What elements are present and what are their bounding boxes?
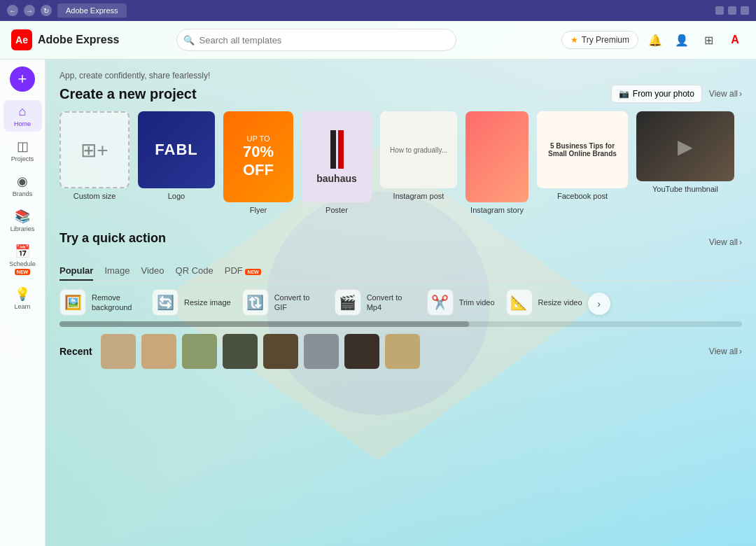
- tab-image[interactable]: Image: [104, 261, 130, 280]
- grid-icon-button[interactable]: ⊞: [699, 30, 718, 50]
- browser-tab[interactable]: Adobe Express: [57, 4, 127, 18]
- qa-action-remove-bg[interactable]: 🖼️ Remove background: [59, 289, 141, 316]
- recent-thumb-0[interactable]: [101, 334, 136, 369]
- qa-action-convert-gif[interactable]: 🔃 Convert to GIF: [242, 289, 323, 316]
- resize-video-label: Resize video: [538, 298, 582, 307]
- template-label-fb-post: Facebook post: [557, 192, 608, 200]
- recent-thumb-1[interactable]: [141, 334, 176, 369]
- sidebar-item-brands[interactable]: ◉ Brands: [4, 169, 42, 202]
- template-label-ig-post: Instagram post: [393, 192, 444, 200]
- qa-action-resize-video[interactable]: 📐 Resize video: [506, 289, 582, 316]
- recent-thumb-4[interactable]: [263, 334, 298, 369]
- brands-icon: ◉: [17, 174, 28, 189]
- view-all-qa-link[interactable]: View all ›: [709, 237, 742, 247]
- minimize-button[interactable]: [715, 6, 724, 15]
- search-area: 🔍: [176, 29, 456, 51]
- app-name: Adobe Express: [38, 34, 119, 46]
- tab-popular[interactable]: Popular: [59, 261, 93, 280]
- search-input[interactable]: [176, 29, 456, 51]
- view-all-link-templates[interactable]: View all ›: [709, 89, 742, 99]
- recent-section: Recent View all ›: [59, 334, 742, 369]
- convert-gif-icon: 🔃: [242, 289, 269, 316]
- convert-mp4-label: Convert to Mp4: [367, 293, 416, 313]
- app-header: Ae Adobe Express 🔍 ★ Try Premium 🔔 👤 ⊞ A: [0, 21, 756, 59]
- template-label-flyer: Flyer: [250, 206, 267, 214]
- custom-size-icon: ⊞+: [80, 139, 108, 162]
- template-label-custom: Custom size: [74, 192, 116, 200]
- create-section-header: Create a new project 📷 From your photo V…: [59, 85, 742, 103]
- try-premium-button[interactable]: ★ Try Premium: [561, 31, 638, 49]
- app-logo: Ae Adobe Express: [11, 29, 119, 50]
- template-label-poster: Poster: [326, 206, 348, 214]
- yt-thumb: ▶: [636, 111, 734, 181]
- remove-bg-label: Remove background: [92, 293, 141, 313]
- template-card-poster[interactable]: bauhaus Poster: [302, 111, 372, 214]
- add-new-button[interactable]: +: [10, 66, 35, 92]
- template-card-custom[interactable]: ⊞+ Custom size: [59, 111, 130, 214]
- adobe-icon-button[interactable]: A: [725, 30, 745, 50]
- browser-chrome: ← → ↻ Adobe Express: [0, 0, 756, 21]
- app-body: + ⌂ Home ◫ Projects ◉ Brands 📚 Libraries…: [0, 59, 756, 546]
- resize-video-icon: 📐: [506, 289, 533, 316]
- template-card-fb-post[interactable]: 5 Business Tips for Small Online Brands …: [537, 111, 628, 214]
- sidebar: + ⌂ Home ◫ Projects ◉ Brands 📚 Libraries…: [0, 59, 46, 546]
- template-card-yt-thumb[interactable]: ▶ YouTube thumbnail: [636, 111, 734, 214]
- view-all-recent-link[interactable]: View all ›: [709, 346, 742, 356]
- remove-bg-icon: 🖼️: [59, 289, 86, 316]
- sidebar-item-schedule[interactable]: 📅 Schedule NEW: [4, 239, 42, 279]
- header-actions: ★ Try Premium 🔔 👤 ⊞ A: [561, 30, 745, 50]
- sidebar-item-libraries[interactable]: 📚 Libraries: [4, 204, 42, 237]
- premium-star-icon: ★: [570, 35, 578, 45]
- chevron-right-qa-icon: ›: [739, 237, 742, 247]
- sidebar-schedule-label: Schedule: [9, 260, 36, 267]
- recent-thumb-5[interactable]: [304, 334, 339, 369]
- qa-scroll-right-button[interactable]: ›: [588, 293, 610, 315]
- sidebar-item-projects[interactable]: ◫ Projects: [4, 134, 42, 167]
- close-button[interactable]: [741, 6, 749, 15]
- photo-icon: 📷: [619, 89, 629, 99]
- sidebar-item-learn[interactable]: 💡 Learn: [4, 282, 42, 314]
- custom-size-thumb: ⊞+: [59, 111, 130, 188]
- forward-button[interactable]: →: [24, 5, 35, 16]
- scrollbar-thumb: [59, 321, 469, 327]
- template-card-ig-post[interactable]: How to gradually... Instagram post: [380, 111, 457, 214]
- from-photo-button[interactable]: 📷 From your photo: [611, 85, 702, 103]
- logo-icon: Ae: [11, 29, 32, 50]
- convert-gif-label: Convert to GIF: [274, 293, 323, 313]
- recent-thumb-6[interactable]: [344, 334, 379, 369]
- recent-thumb-3[interactable]: [223, 334, 258, 369]
- notification-button[interactable]: 🔔: [645, 30, 665, 50]
- window-controls: [715, 6, 749, 15]
- chevron-right-icon: ›: [739, 89, 742, 99]
- template-label-yt-thumb: YouTube thumbnail: [652, 185, 718, 193]
- qa-actions-row: 🖼️ Remove background 🔄 Resize image 🔃 Co…: [59, 289, 582, 318]
- back-button[interactable]: ←: [7, 5, 18, 16]
- qa-action-convert-mp4[interactable]: 🎬 Convert to Mp4: [335, 289, 416, 316]
- template-card-flyer[interactable]: UP TO 70% OFF Flyer: [223, 111, 293, 214]
- recent-thumb-7[interactable]: [385, 334, 420, 369]
- template-card-logo[interactable]: FABL Logo: [138, 111, 215, 214]
- tab-video[interactable]: Video: [141, 261, 164, 280]
- trim-video-label: Trim video: [459, 298, 495, 307]
- qa-section-header: Try a quick action View all ›: [59, 231, 742, 253]
- projects-icon: ◫: [17, 139, 29, 154]
- refresh-button[interactable]: ↻: [41, 5, 52, 16]
- tab-pdf[interactable]: PDF NEW: [225, 261, 261, 280]
- pdf-new-badge: NEW: [245, 269, 260, 275]
- tab-qr-code[interactable]: QR Code: [176, 261, 214, 280]
- horizontal-scrollbar[interactable]: [59, 321, 742, 327]
- qa-action-resize-image[interactable]: 🔄 Resize image: [152, 289, 231, 316]
- recent-thumb-2[interactable]: [182, 334, 217, 369]
- avatar-button[interactable]: 👤: [672, 30, 692, 50]
- flyer-thumb: UP TO 70% OFF: [223, 111, 293, 202]
- recent-label: Recent: [59, 346, 92, 357]
- main-content: App, create confidently, share fearlessl…: [46, 59, 756, 546]
- create-section-title: Create a new project: [59, 86, 197, 102]
- sidebar-item-home[interactable]: ⌂ Home: [4, 100, 42, 132]
- maximize-button[interactable]: [728, 6, 736, 15]
- template-card-ig-story[interactable]: Instagram story: [465, 111, 528, 214]
- sidebar-learn-label: Learn: [14, 303, 30, 310]
- poster-thumb: bauhaus: [302, 111, 372, 202]
- ig-story-thumb: [465, 111, 528, 202]
- qa-action-trim-video[interactable]: ✂️ Trim video: [427, 289, 495, 316]
